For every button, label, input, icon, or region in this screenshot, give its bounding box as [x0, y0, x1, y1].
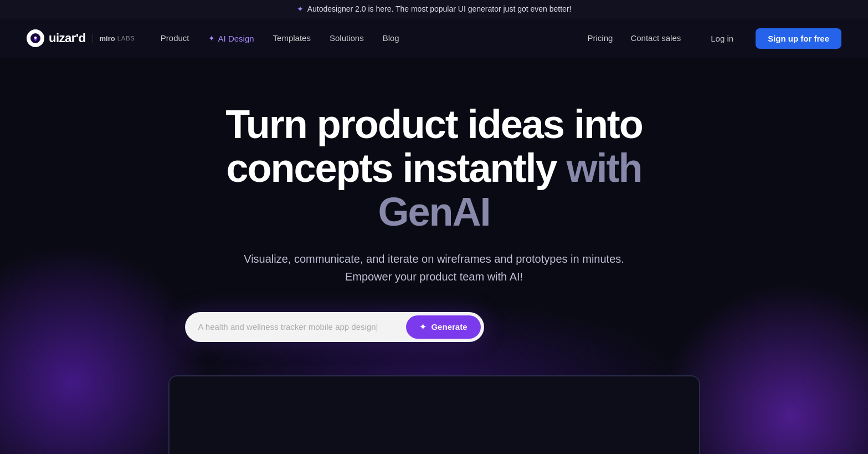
- nav-item-templates[interactable]: Templates: [265, 33, 319, 43]
- hero-title-part2: concepts instantly: [226, 146, 556, 190]
- generate-input[interactable]: [198, 322, 407, 331]
- nav-item-ai-design[interactable]: ✦ AI Design: [201, 29, 262, 48]
- nav-link-blog[interactable]: Blog: [375, 29, 407, 47]
- hero-title: Turn product ideas into concepts instant…: [185, 103, 684, 234]
- hero-content: Turn product ideas into concepts instant…: [185, 103, 684, 375]
- secondary-nav-links: Pricing Contact sales: [580, 33, 689, 43]
- nav-left: uizar'd miro LABS Product ✦ AI Design: [27, 29, 407, 48]
- nav-right: Pricing Contact sales Log in Sign up for…: [580, 28, 841, 49]
- nav-item-product[interactable]: Product: [153, 33, 197, 43]
- svg-point-1: [34, 37, 37, 39]
- miro-labs-badge: miro LABS: [93, 34, 135, 43]
- nav-item-pricing[interactable]: Pricing: [580, 33, 621, 43]
- ai-sparkle-icon: ✦: [208, 34, 215, 43]
- banner-text: Autodesigner 2.0 is here. The most popul…: [307, 4, 572, 13]
- miro-text: miro: [100, 34, 115, 43]
- main-nav: uizar'd miro LABS Product ✦ AI Design: [0, 18, 868, 58]
- laptop-preview-container: [168, 375, 700, 454]
- hero-section: Turn product ideas into concepts instant…: [0, 58, 868, 454]
- primary-nav-links: Product ✦ AI Design Templates Solutions: [153, 29, 407, 48]
- login-button[interactable]: Log in: [702, 29, 742, 48]
- generate-button[interactable]: ✦ Generate: [406, 315, 480, 339]
- uizard-brand-name: uizar'd: [49, 31, 86, 45]
- nav-item-contact-sales[interactable]: Contact sales: [623, 33, 689, 43]
- sparkle-icon: ✦: [297, 4, 304, 13]
- uizard-logo-icon: [27, 29, 44, 47]
- generate-button-label: Generate: [431, 322, 467, 331]
- nav-link-product[interactable]: Product: [153, 29, 197, 47]
- announcement-banner: ✦ Autodesigner 2.0 is here. The most pop…: [0, 0, 868, 18]
- laptop-screen: [170, 376, 699, 454]
- logo-group: uizar'd miro LABS: [27, 29, 135, 47]
- nav-item-solutions[interactable]: Solutions: [322, 33, 372, 43]
- nav-link-solutions[interactable]: Solutions: [322, 29, 372, 47]
- nav-link-contact-sales[interactable]: Contact sales: [623, 29, 689, 47]
- labs-text: LABS: [117, 35, 135, 42]
- hero-title-part1: Turn product ideas into: [225, 102, 643, 146]
- nav-link-ai-design[interactable]: ✦ AI Design: [201, 29, 262, 48]
- uizard-logo[interactable]: uizar'd: [27, 29, 86, 47]
- nav-link-templates[interactable]: Templates: [265, 29, 319, 47]
- nav-link-pricing[interactable]: Pricing: [580, 29, 621, 47]
- generate-search-bar[interactable]: ✦ Generate: [185, 312, 484, 342]
- nav-item-blog[interactable]: Blog: [375, 33, 407, 43]
- signup-button[interactable]: Sign up for free: [756, 28, 841, 49]
- generate-sparkle-icon: ✦: [419, 322, 427, 332]
- laptop-frame: [168, 375, 700, 454]
- hero-subtitle: Visualize, communicate, and iterate on w…: [240, 250, 628, 285]
